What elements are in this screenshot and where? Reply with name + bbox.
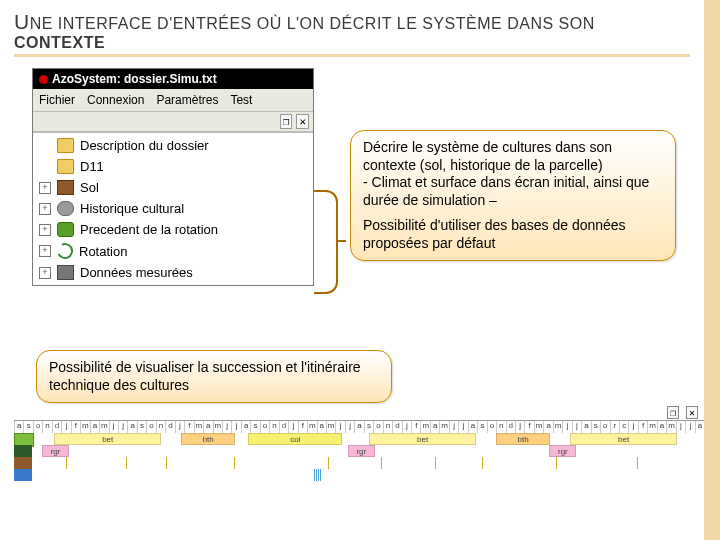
month-cell: a bbox=[241, 421, 250, 433]
tree-item-rotation[interactable]: +Rotation bbox=[33, 240, 313, 262]
timeline-panel: ❐ ✕ asondjfmamjjasondjfmamjjasondjfmamjj… bbox=[14, 420, 704, 521]
menu-connexion[interactable]: Connexion bbox=[87, 93, 144, 107]
app-titlebar[interactable]: AzoSystem: dossier.Simu.txt bbox=[33, 69, 313, 89]
month-cell: f bbox=[184, 421, 193, 433]
tree-item-historique[interactable]: +Historique cultural bbox=[33, 198, 313, 219]
month-cell: j bbox=[222, 421, 231, 433]
month-cell: d bbox=[165, 421, 174, 433]
month-cell: o bbox=[260, 421, 269, 433]
soil-tick bbox=[66, 457, 67, 469]
timeline-row-crops: betbthcolbetbthbet bbox=[14, 433, 704, 445]
crop-band-bth[interactable]: bth bbox=[181, 433, 235, 445]
month-cell: a bbox=[657, 421, 666, 433]
op-band-rgr[interactable]: rgr bbox=[42, 445, 69, 457]
month-cell: s bbox=[137, 421, 146, 433]
month-cell: a bbox=[317, 421, 326, 433]
window-controls: ❐ ✕ bbox=[33, 112, 313, 132]
op-band-rgr[interactable]: rgr bbox=[348, 445, 375, 457]
month-cell: j bbox=[335, 421, 344, 433]
op-band-rgr[interactable]: rgr bbox=[549, 445, 576, 457]
month-cell: j bbox=[109, 421, 118, 433]
month-cell: o bbox=[600, 421, 609, 433]
expand-icon[interactable]: + bbox=[39, 182, 51, 194]
month-cell: j bbox=[118, 421, 127, 433]
timeline-close-icon[interactable]: ✕ bbox=[686, 406, 698, 419]
tree-item-description[interactable]: Description du dossier bbox=[33, 135, 313, 156]
tree-item-sol[interactable]: +Sol bbox=[33, 177, 313, 198]
history-icon bbox=[57, 201, 74, 216]
expand-icon[interactable]: + bbox=[39, 203, 51, 215]
month-cell: m bbox=[439, 421, 448, 433]
month-cell: m bbox=[194, 421, 203, 433]
month-cell: a bbox=[354, 421, 363, 433]
month-cell: n bbox=[42, 421, 51, 433]
month-cell: c bbox=[619, 421, 628, 433]
tree-label: Historique cultural bbox=[80, 201, 184, 216]
soil-tick bbox=[556, 457, 557, 469]
month-cell: d bbox=[52, 421, 61, 433]
tree-item-donnees[interactable]: +Données mesurées bbox=[33, 262, 313, 283]
tree-view: Description du dossier D11 +Sol +Histori… bbox=[33, 132, 313, 285]
expand-icon[interactable]: + bbox=[39, 224, 51, 236]
expand-icon[interactable]: + bbox=[39, 245, 51, 257]
window-restore-icon[interactable]: ❐ bbox=[280, 114, 293, 129]
crop-band-bet[interactable]: bet bbox=[369, 433, 476, 445]
tree-item-d11[interactable]: D11 bbox=[33, 156, 313, 177]
month-cell: s bbox=[23, 421, 32, 433]
soil-tick bbox=[166, 457, 167, 469]
menu-fichier[interactable]: Fichier bbox=[39, 93, 75, 107]
crop-band-bth[interactable]: bth bbox=[496, 433, 550, 445]
month-cell: j bbox=[628, 421, 637, 433]
tree-label: Description du dossier bbox=[80, 138, 209, 153]
crop-band-bet[interactable]: bet bbox=[570, 433, 677, 445]
month-cell: j bbox=[61, 421, 70, 433]
app-window: AzoSystem: dossier.Simu.txt Fichier Conn… bbox=[32, 68, 314, 286]
month-cell: a bbox=[581, 421, 590, 433]
crop-band-col[interactable]: col bbox=[248, 433, 342, 445]
tree-label: D11 bbox=[80, 159, 104, 174]
month-cell: a bbox=[14, 421, 23, 433]
month-cell: m bbox=[80, 421, 89, 433]
soil-tick bbox=[482, 457, 483, 469]
app-icon bbox=[39, 75, 48, 84]
month-cell: f bbox=[638, 421, 647, 433]
month-cell: j bbox=[402, 421, 411, 433]
month-cell: o bbox=[146, 421, 155, 433]
menu-test[interactable]: Test bbox=[230, 93, 252, 107]
expand-icon[interactable]: + bbox=[39, 267, 51, 279]
soil-tick bbox=[637, 457, 638, 469]
month-cell: m bbox=[99, 421, 108, 433]
data-icon bbox=[57, 265, 74, 280]
callout-text: Décrire le système de cultures dans son … bbox=[363, 139, 663, 174]
app-menubar: Fichier Connexion Paramètres Test bbox=[33, 89, 313, 112]
month-cell: a bbox=[127, 421, 136, 433]
month-cell: a bbox=[695, 421, 704, 433]
timeline-row-soil bbox=[14, 457, 704, 469]
slide-title: UNE INTERFACE D'ENTRÉES OÙ L'ON DÉCRIT L… bbox=[0, 0, 704, 59]
tree-label: Precedent de la rotation bbox=[80, 222, 218, 237]
month-cell: n bbox=[269, 421, 278, 433]
callout-text: Possibilité d'utiliser des bases de donn… bbox=[363, 217, 663, 252]
month-cell: j bbox=[458, 421, 467, 433]
timeline-restore-icon[interactable]: ❐ bbox=[667, 406, 679, 419]
window-close-icon[interactable]: ✕ bbox=[296, 114, 309, 129]
tractor-row-icon bbox=[14, 445, 32, 457]
tree-item-precedent[interactable]: +Precedent de la rotation bbox=[33, 219, 313, 240]
month-cell: m bbox=[666, 421, 675, 433]
month-cell: n bbox=[496, 421, 505, 433]
month-cell: a bbox=[90, 421, 99, 433]
month-cell: f bbox=[298, 421, 307, 433]
month-cell: f bbox=[411, 421, 420, 433]
menu-parametres[interactable]: Paramètres bbox=[156, 93, 218, 107]
title-line2: CONTEXTE bbox=[14, 34, 105, 51]
tree-label: Rotation bbox=[79, 244, 127, 259]
month-cell: m bbox=[307, 421, 316, 433]
month-cell: a bbox=[203, 421, 212, 433]
crop-band-bet[interactable]: bet bbox=[54, 433, 161, 445]
soil-row-icon bbox=[14, 457, 32, 469]
month-cell: j bbox=[449, 421, 458, 433]
month-cell: m bbox=[534, 421, 543, 433]
soil-tick bbox=[435, 457, 436, 469]
bracket-connector bbox=[314, 190, 338, 294]
month-cell: o bbox=[33, 421, 42, 433]
